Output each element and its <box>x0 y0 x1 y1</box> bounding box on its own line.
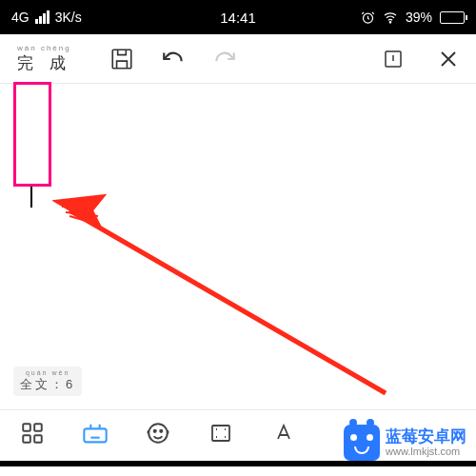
network-speed: 3K/s <box>55 10 82 25</box>
battery-icon <box>440 11 465 24</box>
apps-button[interactable] <box>19 420 46 446</box>
watermark-title: 蓝莓安卓网 <box>386 428 466 446</box>
svg-point-15 <box>149 424 168 443</box>
done-button[interactable]: wán chéng 完 成 <box>8 44 81 74</box>
svg-point-16 <box>154 429 156 431</box>
signal-icon <box>35 10 50 24</box>
info-button[interactable] <box>381 47 406 71</box>
image-button[interactable] <box>208 420 234 446</box>
word-count-badge[interactable]: quán wén 全文：6 <box>13 367 82 396</box>
status-right: 39% <box>361 10 465 25</box>
network-type: 4G <box>11 10 30 25</box>
text-format-button[interactable] <box>270 420 297 446</box>
svg-rect-6 <box>34 424 42 431</box>
watermark-url: www.lmkjst.com <box>386 446 466 457</box>
status-left: 4G 3K/s <box>11 10 82 25</box>
watermark: 蓝莓安卓网 www.lmkjst.com <box>344 425 466 461</box>
svg-rect-5 <box>23 424 30 431</box>
frame-edge <box>0 461 476 466</box>
svg-point-17 <box>160 429 162 431</box>
undo-button[interactable] <box>161 47 186 71</box>
highlight-annotation <box>13 82 51 187</box>
alarm-icon <box>361 10 375 25</box>
word-count-pinyin: quán wén <box>26 369 69 376</box>
save-button[interactable] <box>109 47 134 71</box>
text-cursor <box>30 187 32 208</box>
battery-percent: 39% <box>406 10 432 25</box>
svg-rect-9 <box>84 428 106 442</box>
svg-rect-8 <box>34 435 42 443</box>
word-count-text: 全文：6 <box>20 376 75 393</box>
redo-button[interactable] <box>212 47 237 71</box>
status-bar: 4G 3K/s 14:41 39% <box>0 0 476 34</box>
emoji-button[interactable] <box>145 420 171 446</box>
editor-toolbar: wán chéng 完 成 <box>0 34 476 84</box>
svg-point-1 <box>389 22 390 23</box>
editor-canvas[interactable] <box>0 84 476 404</box>
svg-rect-2 <box>112 50 131 69</box>
arrow-annotation <box>52 184 395 403</box>
svg-rect-18 <box>212 426 229 441</box>
svg-rect-7 <box>23 435 30 443</box>
watermark-logo-icon <box>344 425 380 461</box>
close-button[interactable] <box>436 47 461 71</box>
done-label: 完 成 <box>17 52 71 74</box>
wifi-icon <box>383 10 398 25</box>
done-pinyin: wán chéng <box>17 44 71 52</box>
keyboard-button[interactable] <box>82 420 109 446</box>
status-time: 14:41 <box>220 10 256 26</box>
